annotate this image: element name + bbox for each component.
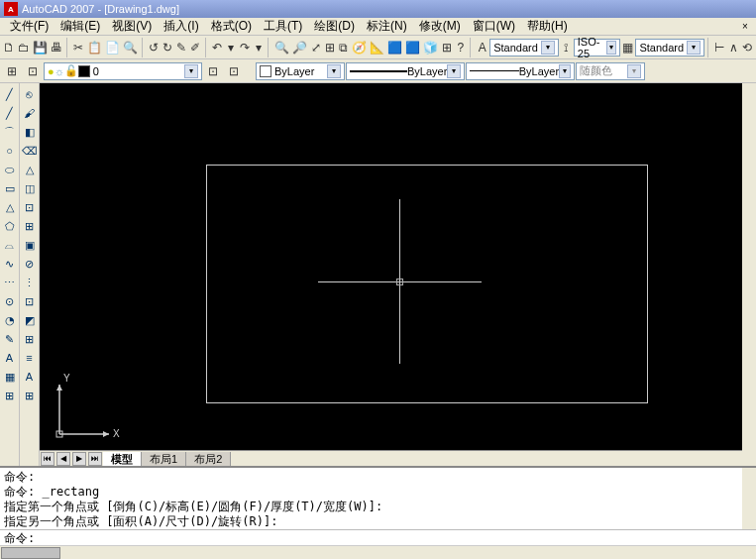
copy-icon[interactable]: 🖌 xyxy=(21,104,39,122)
text-style-combo[interactable]: Standard ▾ xyxy=(489,39,559,56)
pencil-icon[interactable]: ✐ xyxy=(189,38,202,57)
layer-match-icon[interactable]: ⊡ xyxy=(203,61,223,81)
props-icon[interactable]: ⊞ xyxy=(21,387,39,404)
layer-props-icon[interactable]: ⊞ xyxy=(2,61,22,81)
pan-icon[interactable]: ⊞ xyxy=(323,38,336,57)
table-style-combo[interactable]: Standard ▾ xyxy=(635,39,704,56)
text-a-icon[interactable]: A xyxy=(21,368,39,386)
print-icon[interactable]: 🖶 xyxy=(50,38,63,57)
command-scrollbar-vertical[interactable] xyxy=(742,468,756,529)
tab-nav-next-icon[interactable]: ▶ xyxy=(72,452,86,466)
menu-insert[interactable]: 插入(I) xyxy=(158,18,204,35)
new-icon[interactable]: 🗋 xyxy=(2,38,16,57)
tab-nav-first-icon[interactable]: ⏮ xyxy=(41,452,54,466)
mdi-close-button[interactable]: × xyxy=(738,20,752,34)
menu-format[interactable]: 格式(O) xyxy=(205,18,258,35)
spline-icon[interactable]: ∿ xyxy=(1,255,19,273)
tab-layout2[interactable]: 布局2 xyxy=(186,452,231,466)
table-style-icon[interactable]: ▦ xyxy=(621,38,634,57)
grid-icon[interactable]: 📐 xyxy=(369,38,385,57)
ellipse-icon[interactable]: ⬭ xyxy=(1,161,19,178)
table-icon[interactable]: ⊞ xyxy=(440,38,453,57)
move-icon[interactable]: ◫ xyxy=(21,179,39,197)
hatch-icon[interactable]: ✎ xyxy=(1,330,19,348)
xline-icon[interactable]: ╱ xyxy=(1,104,19,122)
block-icon[interactable]: 🧊 xyxy=(422,38,439,57)
polygon-icon[interactable]: △ xyxy=(1,198,19,216)
copy-icon[interactable]: 📋 xyxy=(86,38,103,57)
palette1-icon[interactable]: 🟦 xyxy=(386,38,403,57)
mirror-icon[interactable]: ◧ xyxy=(21,123,39,141)
help-icon[interactable]: ? xyxy=(454,38,467,57)
drawing-canvas[interactable]: X Y xyxy=(40,83,742,450)
color-combo[interactable]: ByLayer ▾ xyxy=(256,62,345,80)
dim-style-combo[interactable]: ISO-25 ▾ xyxy=(574,39,621,56)
break-icon[interactable]: ⊡ xyxy=(21,292,39,310)
tab-layout1[interactable]: 布局1 xyxy=(142,452,186,466)
line-icon[interactable]: ╱ xyxy=(1,85,19,103)
zoom-realtime-icon[interactable]: 🔍 xyxy=(273,38,290,57)
block-icon[interactable]: ◔ xyxy=(1,311,19,329)
array-icon[interactable]: △ xyxy=(21,161,39,178)
erase-icon[interactable]: ⎋ xyxy=(21,85,39,103)
menu-tools[interactable]: 工具(T) xyxy=(258,18,308,35)
match-icon[interactable]: 🔍 xyxy=(122,38,139,57)
undo-icon[interactable]: ↺ xyxy=(148,38,161,57)
region-icon[interactable]: ⊞ xyxy=(1,387,19,404)
dim-arc-icon[interactable]: ⟲ xyxy=(741,38,754,57)
tab-nav-last-icon[interactable]: ⏭ xyxy=(88,452,102,466)
orbit-icon[interactable]: 🧭 xyxy=(351,38,368,57)
menu-edit[interactable]: 编辑(E) xyxy=(54,18,106,35)
open-icon[interactable]: 🗀 xyxy=(17,38,31,57)
tab-nav-prev-icon[interactable]: ◀ xyxy=(56,452,70,466)
trim-icon[interactable]: ⊘ xyxy=(21,255,39,273)
polyline-icon[interactable]: ⬠ xyxy=(1,217,19,235)
redo-icon[interactable]: ↻ xyxy=(162,38,174,57)
zoom-window-icon[interactable]: 🔎 xyxy=(291,38,308,57)
extend-icon[interactable]: ⋮ xyxy=(21,274,39,291)
layer-filter-icon[interactable]: ⊡ xyxy=(23,61,43,81)
explode-icon[interactable]: ≡ xyxy=(21,349,39,367)
revcloud-icon[interactable]: ⌓ xyxy=(1,236,19,254)
palette2-icon[interactable]: 🟦 xyxy=(404,38,421,57)
fillet-icon[interactable]: ⊞ xyxy=(21,330,39,348)
command-history[interactable]: 命令: 命令: _rectang 指定第一个角点或 [倒角(C)/标高(E)/圆… xyxy=(0,468,742,529)
undo-dropdown-icon[interactable]: ▾ xyxy=(224,38,237,57)
donut-icon[interactable]: ⊙ xyxy=(1,292,19,310)
linetype-combo[interactable]: ByLayer ▾ xyxy=(346,62,465,80)
command-scrollbar-horizontal[interactable] xyxy=(0,545,756,559)
dim-aligned-icon[interactable]: ∧ xyxy=(727,38,740,57)
eraser-icon[interactable]: ✎ xyxy=(175,38,188,57)
menu-file[interactable]: 文件(F) xyxy=(4,18,54,35)
menu-draw[interactable]: 绘图(D) xyxy=(308,18,361,35)
save-icon[interactable]: 💾 xyxy=(32,38,49,57)
layer-combo[interactable]: ● ☼ 🔓 0 ▾ xyxy=(44,62,202,80)
circle-icon[interactable]: ○ xyxy=(1,142,19,160)
arc-icon[interactable]: ⌒ xyxy=(1,123,19,141)
paste-icon[interactable]: 📄 xyxy=(104,38,121,57)
rectangle-icon[interactable]: ▭ xyxy=(1,179,19,197)
menu-help[interactable]: 帮助(H) xyxy=(521,18,574,35)
offset-icon[interactable]: ⌫ xyxy=(21,142,39,160)
menu-dimension[interactable]: 标注(N) xyxy=(361,18,413,35)
lineweight-combo[interactable]: ByLayer ▾ xyxy=(466,62,575,80)
cut-icon[interactable]: ✂ xyxy=(72,38,85,57)
zoom-previous-icon[interactable]: ⤢ xyxy=(309,38,322,57)
text-style-icon[interactable]: A xyxy=(476,38,488,57)
redo-dropdown-icon[interactable]: ▾ xyxy=(252,38,265,57)
canvas-scrollbar-vertical[interactable] xyxy=(742,83,756,466)
stretch-icon[interactable]: ▣ xyxy=(21,236,39,254)
tab-model[interactable]: 模型 xyxy=(103,452,142,466)
chamfer-icon[interactable]: ◩ xyxy=(21,311,39,329)
dim-linear-icon[interactable]: ⊢ xyxy=(713,38,726,57)
scale-icon[interactable]: ⊞ xyxy=(21,217,39,235)
menu-view[interactable]: 视图(V) xyxy=(106,18,158,35)
point-icon[interactable]: ⋯ xyxy=(1,274,19,291)
command-input[interactable] xyxy=(39,530,756,545)
table-icon[interactable]: ▦ xyxy=(1,368,19,386)
undo2-icon[interactable]: ↶ xyxy=(210,38,223,57)
plotstyle-combo[interactable]: 随颜色 ▾ xyxy=(576,62,645,80)
named-views-icon[interactable]: ⧉ xyxy=(337,38,350,57)
text-icon[interactable]: A xyxy=(1,349,19,367)
rotate-icon[interactable]: ⊡ xyxy=(21,198,39,216)
